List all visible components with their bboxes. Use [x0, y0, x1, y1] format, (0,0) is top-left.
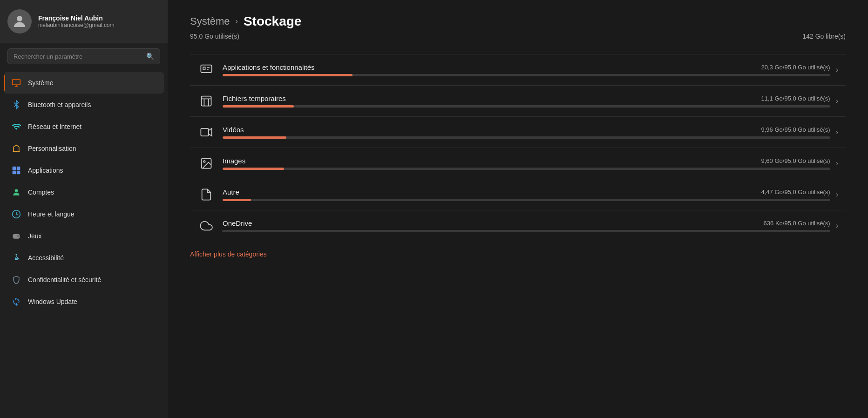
- bluetooth-icon: [11, 100, 21, 110]
- progress-fill-images: [223, 168, 284, 170]
- storage-item-videos[interactable]: Vidéos 9,96 Go/95,0 Go utilisé(s) ›: [190, 116, 846, 148]
- storage-item-size-apps: 20,3 Go/95,0 Go utilisé(s): [761, 64, 830, 71]
- user-profile[interactable]: Françoise Niel Aubin nielaubinfrancoise@…: [0, 0, 168, 43]
- sidebar-item-label-apps: Applications: [28, 167, 63, 174]
- temp-storage-icon: [197, 92, 215, 110]
- svg-rect-4: [13, 171, 16, 175]
- sidebar-item-apps[interactable]: Applications: [4, 160, 164, 181]
- sidebar-item-label-comptes: Comptes: [28, 189, 54, 196]
- storage-item-content-videos: Vidéos 9,96 Go/95,0 Go utilisé(s): [223, 126, 830, 139]
- chevron-temp-icon: ›: [836, 97, 838, 105]
- storage-item-name-onedrive: OneDrive: [223, 219, 252, 227]
- page-title: Stockage: [244, 14, 302, 29]
- chevron-videos-icon: ›: [836, 128, 838, 136]
- storage-used: 95,0 Go utilisé(s): [190, 33, 239, 40]
- svg-point-14: [203, 161, 205, 162]
- images-storage-icon: [197, 155, 215, 172]
- perso-icon: [11, 143, 21, 154]
- avatar: [7, 9, 32, 34]
- apps-storage-icon: [197, 61, 215, 79]
- storage-item-size-images: 9,60 Go/95,0 Go utilisé(s): [761, 157, 830, 164]
- storage-item-temp[interactable]: Fichiers temporaires 11,1 Go/95,0 Go uti…: [190, 85, 846, 116]
- sidebar-item-systeme[interactable]: Système: [4, 72, 164, 94]
- sidebar-item-label-windows-update: Windows Update: [28, 298, 77, 305]
- nav-items: Système Bluetooth et appareils Réseau et…: [0, 70, 168, 418]
- progress-fill-videos: [223, 136, 286, 139]
- storage-free: 142 Go libre(s): [802, 33, 846, 40]
- sidebar-item-label-perso: Personnalisation: [28, 145, 76, 152]
- heure-icon: [11, 209, 21, 219]
- access-icon: [11, 253, 21, 263]
- sidebar-item-jeux[interactable]: Jeux: [4, 225, 164, 247]
- chevron-onedrive-icon: ›: [836, 222, 838, 230]
- storage-item-size-temp: 11,1 Go/95,0 Go utilisé(s): [761, 95, 830, 102]
- apps-nav-icon: [11, 165, 21, 175]
- breadcrumb-separator: ›: [236, 17, 238, 26]
- windows-update-icon: [11, 297, 21, 307]
- user-name: Françoise Niel Aubin: [38, 14, 115, 22]
- storage-item-onedrive[interactable]: OneDrive 636 Ko/95,0 Go utilisé(s) ›: [190, 210, 846, 241]
- user-info: Françoise Niel Aubin nielaubinfrancoise@…: [38, 14, 115, 28]
- storage-item-name-apps: Applications et fonctionnalités: [223, 63, 315, 71]
- sidebar-item-windows-update[interactable]: Windows Update: [4, 291, 164, 312]
- progress-fill-other: [223, 199, 251, 201]
- systeme-icon: [11, 78, 21, 88]
- storage-item-content-temp: Fichiers temporaires 11,1 Go/95,0 Go uti…: [223, 94, 830, 108]
- sidebar-item-comptes[interactable]: Comptes: [4, 182, 164, 203]
- progress-bg-apps: [223, 74, 830, 76]
- storage-item-size-videos: 9,96 Go/95,0 Go utilisé(s): [761, 126, 830, 133]
- sidebar-item-access[interactable]: Accessibilité: [4, 247, 164, 269]
- storage-list: Applications et fonctionnalités 20,3 Go/…: [190, 54, 846, 241]
- storage-item-other[interactable]: Autre 4,47 Go/95,0 Go utilisé(s) ›: [190, 179, 846, 210]
- sidebar: Françoise Niel Aubin nielaubinfrancoise@…: [0, 0, 168, 418]
- sidebar-item-perso[interactable]: Personnalisation: [4, 138, 164, 159]
- chevron-apps-icon: ›: [836, 66, 838, 74]
- confidential-icon: [11, 275, 21, 285]
- jeux-icon: [11, 231, 21, 241]
- storage-item-name-images: Images: [223, 157, 245, 165]
- search-input[interactable]: [14, 53, 142, 60]
- svg-rect-11: [202, 96, 211, 106]
- svg-rect-5: [17, 171, 20, 175]
- storage-summary: 95,0 Go utilisé(s) 142 Go libre(s): [190, 33, 846, 40]
- reseau-icon: [11, 121, 21, 132]
- storage-item-images[interactable]: Images 9,60 Go/95,0 Go utilisé(s) ›: [190, 148, 846, 179]
- storage-item-name-videos: Vidéos: [223, 126, 244, 134]
- sidebar-item-confidential[interactable]: Confidentialité et sécurité: [4, 269, 164, 290]
- sidebar-item-reseau[interactable]: Réseau et Internet: [4, 116, 164, 137]
- storage-item-content-onedrive: OneDrive 636 Ko/95,0 Go utilisé(s): [223, 219, 830, 232]
- sidebar-item-bluetooth[interactable]: Bluetooth et appareils: [4, 94, 164, 115]
- storage-item-content-images: Images 9,60 Go/95,0 Go utilisé(s): [223, 157, 830, 170]
- svg-point-0: [17, 16, 22, 21]
- search-box[interactable]: 🔍: [7, 48, 160, 64]
- storage-item-size-other: 4,47 Go/95,0 Go utilisé(s): [761, 189, 830, 196]
- sidebar-item-label-systeme: Système: [28, 79, 53, 87]
- svg-rect-3: [17, 167, 20, 170]
- onedrive-storage-icon: [197, 217, 215, 235]
- chevron-images-icon: ›: [836, 159, 838, 168]
- svg-rect-9: [201, 65, 211, 73]
- show-more-link[interactable]: Afficher plus de catégories: [190, 250, 267, 258]
- user-email: nielaubinfrancoise@gmail.com: [38, 22, 115, 28]
- progress-fill-temp: [223, 105, 294, 108]
- storage-item-apps[interactable]: Applications et fonctionnalités 20,3 Go/…: [190, 54, 846, 85]
- storage-item-content-apps: Applications et fonctionnalités 20,3 Go/…: [223, 63, 830, 76]
- svg-rect-1: [13, 80, 20, 85]
- svg-rect-2: [13, 167, 16, 170]
- sidebar-item-label-confidential: Confidentialité et sécurité: [28, 276, 101, 283]
- search-icon: 🔍: [146, 53, 154, 60]
- chevron-other-icon: ›: [836, 190, 838, 199]
- progress-bg-videos: [223, 136, 830, 139]
- progress-bg-temp: [223, 105, 830, 108]
- sidebar-item-label-reseau: Réseau et Internet: [28, 123, 81, 130]
- sidebar-item-label-bluetooth: Bluetooth et appareils: [28, 101, 91, 108]
- breadcrumb: Système › Stockage: [190, 14, 846, 29]
- svg-rect-10: [203, 67, 205, 69]
- breadcrumb-parent[interactable]: Système: [190, 15, 230, 27]
- svg-point-8: [15, 254, 17, 256]
- progress-bg-other: [223, 199, 830, 201]
- storage-item-size-onedrive: 636 Ko/95,0 Go utilisé(s): [764, 220, 830, 227]
- progress-bg-images: [223, 168, 830, 170]
- sidebar-item-heure[interactable]: Heure et langue: [4, 203, 164, 225]
- storage-item-name-temp: Fichiers temporaires: [223, 94, 286, 102]
